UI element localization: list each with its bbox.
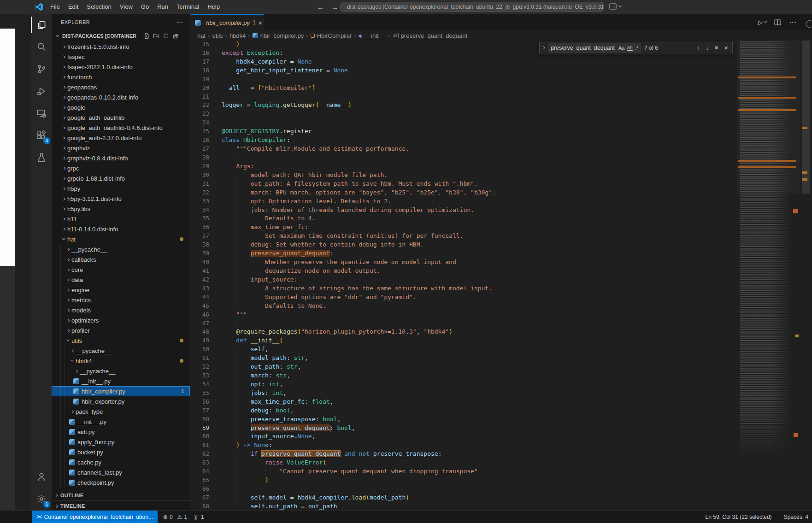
line-number[interactable]: 50 xyxy=(190,345,209,354)
code-line-37[interactable]: 37 Set maximum time constraint (unit:us)… xyxy=(190,232,737,241)
tab-hbir-compiler[interactable]: hbir_compiler.py 1 × xyxy=(190,14,264,30)
tree-item-grpc[interactable]: grpc xyxy=(52,163,190,173)
activity-extensions[interactable]: 4 xyxy=(31,124,52,147)
tree-item-init-py[interactable]: __init__.py xyxy=(52,376,190,386)
menu-terminal[interactable]: Terminal xyxy=(172,0,203,14)
tree-item-pycache[interactable]: __pycache__ xyxy=(52,244,190,254)
line-number[interactable]: 37 xyxy=(190,232,209,241)
line-number[interactable]: 28 xyxy=(190,153,209,162)
line-number[interactable]: 16 xyxy=(190,49,209,58)
line-number[interactable]: 40 xyxy=(190,258,209,267)
line-number[interactable]: 23 xyxy=(190,110,209,118)
code-line-50[interactable]: 50 self, xyxy=(190,345,737,354)
tree-item-aidi-py[interactable]: aidi.py xyxy=(52,427,190,437)
code-line-55[interactable]: 55 jobs: int, xyxy=(190,389,737,398)
code-line-19[interactable]: 19 xyxy=(190,75,737,84)
line-number[interactable]: 39 xyxy=(190,249,209,258)
code-line-39[interactable]: 39 preserve_quant_dequant: xyxy=(190,249,737,258)
line-number[interactable]: 36 xyxy=(190,223,209,232)
activity-search[interactable] xyxy=(31,36,52,58)
tree-item-geopandas-0-10-2-dist-info[interactable]: geopandas-0.10.2.dist-info xyxy=(52,92,190,102)
indentation-setting[interactable]: Spaces: 4 xyxy=(784,514,808,520)
line-number[interactable]: 68 xyxy=(190,502,209,510)
line-number[interactable]: 44 xyxy=(190,293,209,302)
code-line-38[interactable]: 38 debug: Set whether to contain debug i… xyxy=(190,241,737,249)
code-editor[interactable]: 15 )16except Exception:17 hbdk4_compiler… xyxy=(190,40,737,510)
menu-go[interactable]: Go xyxy=(137,0,153,14)
split-editor-icon[interactable] xyxy=(774,19,781,25)
tree-item-cache-py[interactable]: cache.py xyxy=(52,457,190,467)
code-line-63[interactable]: 63 raise ValueError( xyxy=(190,458,737,467)
line-number[interactable]: 18 xyxy=(190,66,209,75)
breadcrumb-item-hbdk4[interactable]: hbdk4 xyxy=(229,32,246,39)
line-number[interactable]: 65 xyxy=(190,476,209,485)
code-line-30[interactable]: 30 model_path: QAT hbir module file path… xyxy=(190,171,737,180)
tree-item-fsspec[interactable]: fsspec xyxy=(52,52,190,62)
outline-panel-header[interactable]: OUTLINE xyxy=(52,490,190,500)
code-line-45[interactable]: 45 Defaults to None. xyxy=(190,302,737,311)
line-number[interactable]: 38 xyxy=(190,241,209,249)
menu-run[interactable]: Run xyxy=(153,0,172,14)
code-line-40[interactable]: 40 Whether preserve the quantize node on… xyxy=(190,258,737,267)
breadcrumb-item-hbir-compiler-py[interactable]: hbir_compiler.py xyxy=(260,32,304,39)
tree-item-frozenlist-1-5-0-dist-info[interactable]: frozenlist-1.5.0.dist-info xyxy=(52,41,190,52)
tab-close-icon[interactable]: × xyxy=(259,19,263,26)
tree-item-pycache[interactable]: __pycache__ xyxy=(52,366,190,376)
tree-item-grpcio-1-68-1-dist-info[interactable]: grpcio-1.68.1.dist-info xyxy=(52,173,190,183)
layout-dropdown-icon[interactable] xyxy=(618,4,622,7)
code-line-51[interactable]: 51 model_path: str, xyxy=(190,354,737,363)
line-number[interactable]: 25 xyxy=(190,127,209,136)
new-folder-icon[interactable] xyxy=(153,33,159,39)
find-previous-icon[interactable]: ↑ xyxy=(695,44,701,51)
tree-item-hbir-exporter-py[interactable]: hbir_exporter.py xyxy=(52,396,190,406)
line-number[interactable]: 67 xyxy=(190,494,209,502)
code-line-17[interactable]: 17 hbdk4_compiler = None xyxy=(190,58,737,66)
line-number[interactable]: 54 xyxy=(190,380,209,389)
nav-forward-icon[interactable]: → xyxy=(331,3,338,11)
code-line-25[interactable]: 25@OBJECT_REGISTRY.register xyxy=(190,127,737,136)
new-file-icon[interactable] xyxy=(143,33,150,39)
tree-item-h5py-libs[interactable]: h5py.libs xyxy=(52,204,190,214)
code-line-65[interactable]: 65 ) xyxy=(190,476,737,485)
tree-item-fsspec-2022-1-0-dist-info[interactable]: fsspec-2022.1.0.dist-info xyxy=(52,62,190,72)
breadcrumb-item-preserve-quant-dequant[interactable]: preserve_quant_dequant xyxy=(401,32,468,39)
line-number[interactable]: 57 xyxy=(190,406,209,415)
tree-item-hat[interactable]: hat xyxy=(52,234,190,244)
run-python-file-button[interactable]: ▷ xyxy=(758,19,766,26)
code-line-29[interactable]: 29 Args: xyxy=(190,162,737,171)
tree-item-functorch[interactable]: functorch xyxy=(52,72,190,82)
code-line-61[interactable]: 61 ) -> None: xyxy=(190,441,737,450)
line-number[interactable]: 20 xyxy=(190,84,209,93)
tree-item-optimizers[interactable]: optimizers xyxy=(52,315,190,325)
code-line-41[interactable]: 41 dequantize node on model output. xyxy=(190,267,737,276)
match-case-toggle[interactable]: Aa xyxy=(618,45,624,51)
code-line-22[interactable]: 22logger = logging.getLogger(__name__) xyxy=(190,101,737,110)
code-line-20[interactable]: 20__all__ = ["HbirCompiler"] xyxy=(190,84,737,93)
command-center[interactable]: dist-packages [Container openexplorer/ai… xyxy=(340,2,604,12)
line-number[interactable]: 31 xyxy=(190,180,209,188)
activity-settings[interactable]: 1 xyxy=(31,488,52,510)
line-number[interactable]: 59 xyxy=(190,424,209,433)
tree-item-bucket-py[interactable]: bucket.py xyxy=(52,447,190,457)
line-number[interactable]: 46 xyxy=(190,311,209,319)
code-line-43[interactable]: 43 A structure of strings has the same s… xyxy=(190,284,737,293)
find-close-icon[interactable]: × xyxy=(723,44,730,52)
line-number[interactable]: 15 xyxy=(190,40,209,49)
line-number[interactable]: 48 xyxy=(190,328,209,336)
tree-item-data[interactable]: data xyxy=(52,275,190,285)
line-number[interactable]: 66 xyxy=(190,485,209,494)
line-number[interactable]: 62 xyxy=(190,450,209,458)
line-number[interactable]: 49 xyxy=(190,336,209,345)
tree-item-engine[interactable]: engine xyxy=(52,285,190,295)
line-number[interactable]: 22 xyxy=(190,101,209,110)
regex-toggle[interactable]: .* xyxy=(635,45,638,51)
tree-item-init-py[interactable]: __init__.py xyxy=(52,417,190,427)
activity-run-debug[interactable] xyxy=(31,80,52,102)
editor-more-actions-icon[interactable]: ⋯ xyxy=(789,18,796,27)
tree-item-profiler[interactable]: profiler xyxy=(52,325,190,335)
find-collapse-icon[interactable] xyxy=(542,46,545,49)
code-line-57[interactable]: 57 debug: bool, xyxy=(190,406,737,415)
activity-account[interactable] xyxy=(31,466,52,488)
breadcrumb-item-hbircompiler[interactable]: HbirCompiler xyxy=(317,32,352,39)
nav-back-icon[interactable]: ← xyxy=(317,3,324,11)
